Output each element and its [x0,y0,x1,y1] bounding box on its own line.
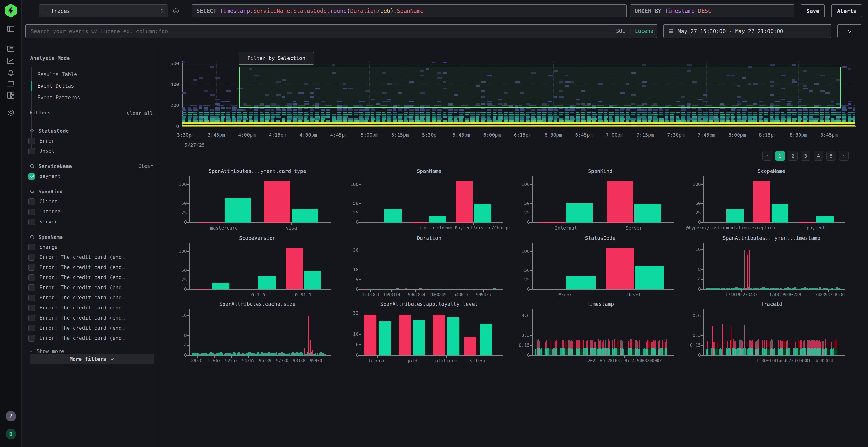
mini-chart[interactable]: StatusCode02550100ErrorUnset [513,234,684,301]
chart-bar-inlier [782,288,784,289]
sql-mode-label[interactable]: SQL [616,28,625,34]
page-prev-button[interactable]: ‹ [763,151,772,161]
checkbox[interactable] [28,219,35,225]
checkbox[interactable] [28,335,35,342]
filter-option[interactable]: Error: The credit card (end… [28,294,125,301]
filter-option[interactable]: Error [28,137,55,144]
chart-bar-inlier [604,348,605,355]
checkbox[interactable] [28,274,35,281]
mini-chart[interactable]: TraceId00.150.30.6ff860334facdb23d3f430f… [684,300,855,367]
analysis-mode-item[interactable]: Event Patterns [37,94,80,101]
chart-bar-inlier [447,317,460,355]
filter-option[interactable]: Error: The credit card (end… [28,335,125,342]
checkbox[interactable] [28,254,35,261]
page-button-1[interactable]: 1 [775,151,785,161]
mini-chart[interactable]: SpanName02550100grpc.oteldemo.PaymentSer… [342,167,513,234]
more-filters-button[interactable]: More filters [30,354,154,364]
heatmap-x-tick: 3:45pm [199,132,233,138]
dashboards-icon[interactable] [6,91,15,100]
filter-option[interactable]: Error: The credit card (end… [28,284,125,291]
lucene-mode-label[interactable]: Lucene [635,28,653,34]
chart-bar-inlier [783,349,784,355]
filter-option[interactable]: Client [28,198,58,205]
filter-option[interactable]: Error: The credit card (end… [28,314,125,321]
time-range-picker[interactable]: May 27 15:30:00 - May 27 21:00:00 [663,24,831,38]
help-button[interactable]: ? [5,411,16,421]
query-settings-gear-icon[interactable] [172,6,180,15]
clear-group-link[interactable]: Clear [138,163,153,169]
chart-bar-outlier [308,315,309,355]
checkbox[interactable] [28,295,35,301]
panel-toggle-icon[interactable] [6,25,15,33]
chart-bar-inlier [708,348,709,355]
mini-chart[interactable]: SpanAttributes...yment.card_type02550100… [170,167,341,234]
analysis-mode-item[interactable]: Results Table [37,71,77,78]
filter-option[interactable]: Error: The credit card (end… [28,253,125,261]
page-next-button[interactable]: › [839,151,849,161]
chart-bar-inlier [721,349,722,355]
checkbox[interactable] [28,138,35,144]
filter-option-label: Error: The credit card (end… [39,275,125,280]
selection-rect[interactable] [239,67,840,108]
alerts-button[interactable]: Alerts [831,4,862,18]
filter-option-label: Error: The credit card (end… [39,335,125,341]
filter-option[interactable]: Unset [28,147,55,154]
sql-select-input[interactable]: SELECT Timestamp,ServiceName,StatusCode,… [192,4,627,18]
save-button[interactable]: Save [801,4,825,18]
checkbox[interactable] [28,244,35,250]
filter-option[interactable]: Server [28,218,58,226]
run-query-button[interactable]: ▷ [837,24,862,38]
filter-option[interactable]: charge [28,243,58,251]
checkbox[interactable] [28,305,35,311]
mini-chart[interactable]: ScopeName02550100@hyperdx/instrumentatio… [684,167,855,234]
page-button-3[interactable]: 3 [801,151,810,161]
hyperdx-logo-icon[interactable] [4,4,18,18]
checkbox[interactable] [28,209,35,215]
checkbox-checked[interactable] [28,173,35,180]
checkbox[interactable] [28,148,35,154]
search-icon[interactable] [30,235,35,240]
logs-search-icon[interactable] [6,44,15,53]
chart-bar-outlier [607,181,633,222]
page-button-5[interactable]: 5 [826,151,836,161]
chart-bar-inlier [709,348,709,355]
filter-by-selection-button[interactable]: Filter by Selection [239,52,314,65]
settings-gear-icon[interactable] [6,108,15,117]
mini-x-tickmark [438,290,438,292]
show-more-link[interactable]: Show more [29,348,64,354]
alerts-bell-icon[interactable] [6,68,15,77]
search-icon[interactable] [30,128,35,134]
filter-option[interactable]: Error: The credit card (end… [28,274,125,281]
page-button-4[interactable]: 4 [813,151,823,161]
language-toggle[interactable]: SQL | Lucene [616,24,653,38]
filter-option[interactable]: Error: The credit card (end… [28,324,125,332]
chart-bar-inlier [654,348,655,355]
search-input[interactable] [25,24,657,38]
checkbox[interactable] [28,315,35,321]
search-icon[interactable] [30,164,35,169]
checkbox[interactable] [28,325,35,332]
checkbox[interactable] [28,199,35,205]
filter-option[interactable]: payment [28,173,61,180]
filter-option[interactable]: Error: The credit card (end… [28,304,125,311]
clear-all-link[interactable]: Clear all [127,110,153,116]
avatar[interactable]: D [5,429,16,439]
mini-chart[interactable]: Duration09183613333631698314199618342600… [342,234,513,301]
mini-chart[interactable]: SpanAttributes.cache.size048168983591063… [170,300,341,367]
checkbox[interactable] [28,284,35,291]
analysis-mode-item[interactable]: Event Deltas [37,82,74,90]
search-icon[interactable] [30,189,35,194]
order-by-input[interactable]: ORDER BY Timestamp DESC [630,4,795,18]
mini-chart[interactable]: SpanAttributes.app.loyalty.level081632br… [342,300,513,367]
mini-chart[interactable]: SpanAttributes...yment.timestamp04816174… [684,234,855,301]
mini-chart[interactable]: Timestamp00.150.30.62025-05-28T03:59:14.… [513,300,684,367]
checkbox[interactable] [28,264,35,271]
chart-explorer-icon[interactable] [6,56,15,65]
filter-option[interactable]: Internal [28,208,64,215]
mini-chart[interactable]: SpanKind02550100InternalServer [513,167,684,234]
page-button-2[interactable]: 2 [788,151,798,161]
filter-option[interactable]: Error: The credit card (end… [28,264,125,271]
mini-chart[interactable]: ScopeVersion025501000.1.00.51.1 [170,234,341,301]
source-select[interactable]: Traces [38,4,168,18]
sessions-laptop-icon[interactable] [6,79,15,88]
